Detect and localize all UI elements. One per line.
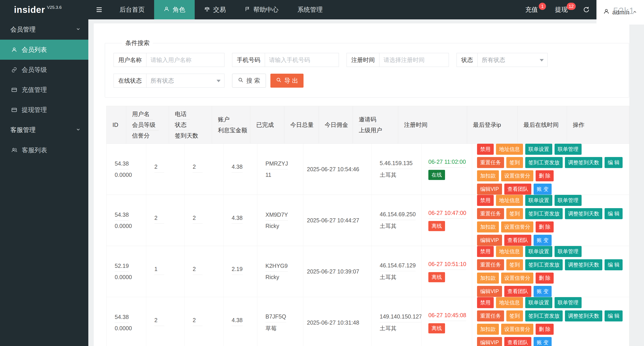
adjust-money-button[interactable]: 加扣款: [477, 324, 499, 335]
adjust-sign-days-button[interactable]: 调整签到天数: [565, 157, 602, 168]
reset-task-button[interactable]: 重置任务: [477, 259, 504, 270]
people-icon: [11, 147, 17, 153]
adjust-sign-days-button[interactable]: 调整签到天数: [565, 310, 602, 322]
sidebar-item-recharge-management[interactable]: 充值管理: [0, 80, 88, 100]
account-change-button[interactable]: 账 变: [534, 337, 552, 346]
sidebar-item-member-list[interactable]: 会员列表: [0, 40, 88, 60]
nav-item-home[interactable]: 后台首页: [110, 0, 154, 19]
edit-button[interactable]: 编 辑: [604, 157, 622, 168]
sidebar-group-label: 会员管理: [10, 25, 36, 34]
edit-vip-button[interactable]: 编辑VIP: [477, 337, 502, 346]
delete-button[interactable]: 删 除: [536, 222, 554, 232]
header-user: 用户名 会员等级 信誉分: [126, 106, 169, 144]
recharge-button[interactable]: 充值 1: [517, 0, 546, 19]
cell-invite: B7JF5Q 草莓: [257, 297, 303, 346]
sign-in-button[interactable]: 签到: [506, 259, 523, 270]
sign-salary-button[interactable]: 签到工资发放: [525, 310, 563, 322]
sidebar-group-member-management[interactable]: 会员管理: [0, 19, 88, 40]
status-select[interactable]: 所有状态: [478, 53, 548, 67]
sign-in-button[interactable]: 签到: [506, 157, 523, 168]
set-credit-button[interactable]: 设置信誉分: [501, 324, 533, 335]
search-button[interactable]: 搜 索: [232, 74, 266, 88]
sign-in-button[interactable]: 签到: [506, 208, 523, 219]
sign-in-button[interactable]: 签到: [506, 310, 523, 322]
set-credit-button[interactable]: 设置信誉分: [501, 222, 533, 232]
set-credit-button[interactable]: 设置信誉分: [501, 170, 533, 181]
order-manage-button[interactable]: 联单管理: [554, 246, 582, 257]
sidebar-item-service-list[interactable]: 客服列表: [0, 140, 88, 160]
nav-item-system[interactable]: 系统管理: [288, 0, 332, 19]
nav-item-trade[interactable]: 交易: [195, 0, 235, 19]
search-icon: [238, 77, 244, 84]
logo-version: V25.3.6: [47, 5, 62, 10]
disable-button[interactable]: 禁用: [477, 246, 494, 257]
edit-button[interactable]: 编 辑: [604, 208, 622, 219]
order-manage-button[interactable]: 联单管理: [554, 195, 582, 206]
disable-button[interactable]: 禁用: [477, 297, 494, 308]
order-set-button[interactable]: 联单设置: [525, 246, 552, 257]
order-manage-button[interactable]: 联单管理: [554, 144, 582, 155]
account-change-button[interactable]: 账 变: [534, 235, 552, 246]
disable-button[interactable]: 禁用: [477, 195, 494, 206]
withdraw-button[interactable]: 提现 12: [546, 0, 576, 19]
reset-task-button[interactable]: 重置任务: [477, 310, 504, 322]
nav-item-label: 交易: [213, 6, 226, 14]
delete-button[interactable]: 删 除: [536, 170, 554, 181]
adjust-sign-days-button[interactable]: 调整签到天数: [565, 208, 602, 219]
search-fieldset: 条件搜索 用户名称 手机号码 注册时间 状态 所有状态: [105, 39, 629, 98]
username-field-group: 用户名称: [114, 53, 224, 67]
sidebar-item-label: 客服列表: [22, 146, 47, 154]
edit-vip-button[interactable]: 编辑VIP: [477, 235, 502, 246]
edit-button[interactable]: 编 辑: [604, 259, 622, 270]
adjust-money-button[interactable]: 加扣款: [477, 272, 499, 284]
adjust-sign-days-button[interactable]: 调整签到天数: [565, 259, 602, 270]
order-set-button[interactable]: 联单设置: [525, 297, 552, 308]
nav-item-help[interactable]: 帮助中心: [235, 0, 288, 19]
sign-salary-button[interactable]: 签到工资发放: [525, 208, 563, 219]
cell-reg-time: 2025-06-27 10:31:48: [303, 297, 371, 346]
username-input[interactable]: [146, 53, 224, 67]
cell-invite: K2HYG9 Ricky: [257, 246, 303, 297]
adjust-money-button[interactable]: 加扣款: [477, 170, 499, 181]
view-team-button[interactable]: 查看团队: [504, 286, 531, 297]
sign-salary-button[interactable]: 签到工资发放: [525, 259, 563, 270]
phone-label: 手机号码: [232, 53, 265, 67]
account-change-button[interactable]: 账 变: [534, 286, 552, 297]
view-team-button[interactable]: 查看团队: [504, 235, 531, 246]
order-set-button[interactable]: 联单设置: [525, 195, 552, 206]
set-credit-button[interactable]: 设置信誉分: [501, 272, 533, 284]
sidebar-item-withdraw-management[interactable]: 提现管理: [0, 100, 88, 120]
reset-task-button[interactable]: 重置任务: [477, 157, 504, 168]
phone-input[interactable]: [265, 53, 339, 67]
sidebar-group-service-management[interactable]: 客服管理: [0, 120, 88, 140]
nav-item-role[interactable]: 角色: [154, 0, 195, 19]
edit-vip-button[interactable]: 编辑VIP: [477, 184, 502, 194]
order-manage-button[interactable]: 联单管理: [554, 297, 582, 308]
reset-task-button[interactable]: 重置任务: [477, 208, 504, 219]
account-change-button[interactable]: 账 变: [534, 184, 552, 194]
view-team-button[interactable]: 查看团队: [504, 184, 531, 194]
sign-salary-button[interactable]: 签到工资发放: [525, 157, 563, 168]
order-set-button[interactable]: 联单设置: [525, 144, 552, 155]
cell-reg-time: 2025-06-27 10:44:27: [303, 195, 371, 246]
sidebar-group-label: 客服管理: [10, 126, 36, 134]
refresh-icon[interactable]: [576, 0, 596, 19]
online-status-select[interactable]: 所有状态: [146, 74, 224, 88]
export-button[interactable]: 导 出: [270, 74, 304, 88]
hamburger-icon[interactable]: [88, 0, 110, 19]
header-last-online: 最后在线时间: [517, 106, 567, 144]
adjust-money-button[interactable]: 加扣款: [477, 222, 499, 232]
address-info-button[interactable]: 地址信息: [496, 195, 523, 206]
edit-button[interactable]: 编 辑: [604, 310, 622, 322]
cell-level: 2: [146, 195, 184, 246]
disable-button[interactable]: 禁用: [477, 144, 494, 155]
delete-button[interactable]: 删 除: [536, 272, 554, 284]
view-team-button[interactable]: 查看团队: [504, 337, 531, 346]
sidebar-item-member-level[interactable]: 会员等级: [0, 60, 88, 80]
address-info-button[interactable]: 地址信息: [496, 246, 523, 257]
address-info-button[interactable]: 地址信息: [496, 144, 523, 155]
address-info-button[interactable]: 地址信息: [496, 297, 523, 308]
regtime-input[interactable]: [380, 53, 449, 67]
edit-vip-button[interactable]: 编辑VIP: [477, 286, 502, 297]
delete-button[interactable]: 删 除: [536, 324, 554, 335]
